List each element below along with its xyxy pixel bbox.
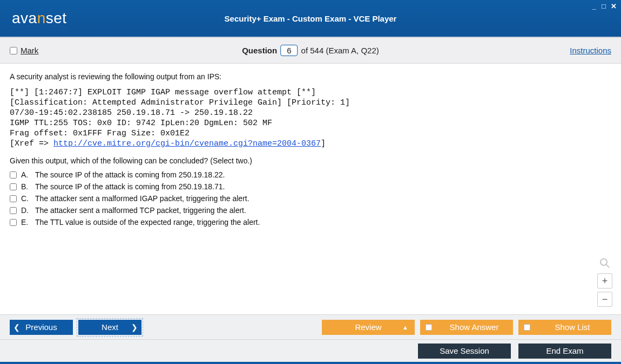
option-c-checkbox[interactable] (10, 195, 17, 202)
ips-line: [**] [1:2467:7] EXPLOIT IGMP IGAP messag… (10, 88, 316, 97)
xref-prefix: [Xref => (10, 139, 53, 148)
option-text: The attacker sent a malformed IGAP packe… (35, 194, 249, 203)
answer-options: A. The source IP of the attack is coming… (10, 170, 611, 226)
previous-button[interactable]: ❮ Previous (10, 320, 73, 335)
option-b-checkbox[interactable] (10, 183, 17, 190)
magnify-icon[interactable] (598, 256, 612, 270)
logo-n: n (37, 10, 46, 26)
next-label: Next (102, 322, 118, 332)
next-button[interactable]: Next ❯ (78, 320, 141, 335)
option-letter: B. (21, 182, 31, 191)
question-word: Question (242, 46, 277, 55)
svg-line-1 (606, 265, 609, 267)
question-subprompt: Given this output, which of the followin… (10, 156, 611, 165)
option-text: The source IP of the attack is coming fr… (35, 170, 225, 179)
option-letter: E. (21, 218, 31, 226)
option-d[interactable]: D. The attacker sent a malformed TCP pac… (10, 206, 611, 215)
zoom-out-button[interactable]: − (597, 292, 612, 307)
show-list-label: Show List (555, 322, 590, 332)
save-session-button[interactable]: Save Session (418, 344, 511, 359)
arrow-left-icon: ❮ (14, 323, 20, 332)
minimize-button[interactable]: _ (590, 2, 598, 10)
option-d-checkbox[interactable] (10, 207, 17, 214)
option-text: The TTL value is outside of the expected… (35, 218, 260, 226)
bottombar: Save Session End Exam (0, 339, 621, 364)
mark-container[interactable]: Mark (10, 46, 38, 55)
infobar: Mark Question 6 of 544 (Exam A, Q22) Ins… (0, 37, 621, 64)
show-list-button[interactable]: Show List (518, 320, 611, 335)
triangle-up-icon: ▲ (402, 324, 408, 331)
option-text: The attacker sent a malformed TCP packet… (35, 206, 246, 215)
question-indicator: Question 6 of 544 (Exam A, Q22) (242, 45, 379, 56)
ips-line: Frag offset: 0x1FFF Frag Size: 0x01E2 (10, 129, 190, 138)
xref-suffix: ] (321, 139, 326, 148)
ips-line: [Classification: Attempted Administrator… (10, 98, 350, 107)
ips-line: IGMP TTL:255 TOS: 0x0 ID: 9742 IpLen:20 … (10, 119, 272, 128)
option-e-checkbox[interactable] (10, 219, 17, 226)
option-c[interactable]: C. The attacker sent a malformed IGAP pa… (10, 194, 611, 203)
review-label: Review (355, 322, 381, 332)
logo: avanset (12, 10, 67, 27)
option-e[interactable]: E. The TTL value is outside of the expec… (10, 218, 611, 226)
xref-link[interactable]: http://cve.mitre.org/cgi-bin/cvename.cgi… (53, 139, 321, 148)
question-number: 6 (280, 45, 298, 56)
previous-label: Previous (25, 322, 57, 332)
close-button[interactable]: ✕ (609, 2, 618, 10)
ips-line: 07/30-19:45:02.238185 250.19.18.71 -> 25… (10, 108, 253, 118)
review-button[interactable]: Review ▲ (322, 320, 415, 335)
app-window: avanset Security+ Exam - Custom Exam - V… (0, 0, 621, 364)
option-a-checkbox[interactable] (10, 171, 17, 178)
option-letter: C. (21, 194, 31, 203)
mark-label: Mark (21, 46, 38, 55)
titlebar: avanset Security+ Exam - Custom Exam - V… (0, 0, 621, 37)
window-title: Security+ Exam - Custom Exam - VCE Playe… (225, 14, 397, 23)
option-a[interactable]: A. The source IP of the attack is coming… (10, 170, 611, 179)
option-b[interactable]: B. The source IP of the attack is coming… (10, 182, 611, 191)
show-answer-label: Show Answer (450, 322, 499, 332)
ips-output: [**] [1:2467:7] EXPLOIT IGMP IGAP messag… (10, 87, 611, 149)
logo-post: set (46, 10, 67, 26)
option-text: The source IP of the attack is coming fr… (35, 182, 225, 191)
navbar: ❮ Previous Next ❯ Review ▲ Show Answer S… (0, 314, 621, 339)
question-content: A security analyst is reviewing the foll… (0, 64, 621, 314)
option-letter: A. (21, 170, 31, 179)
question-prompt: A security analyst is reviewing the foll… (10, 72, 611, 81)
zoom-in-button[interactable]: + (597, 273, 612, 289)
show-answer-checkbox[interactable] (426, 324, 432, 331)
instructions-link[interactable]: Instructions (570, 46, 611, 55)
zoom-controls: + − (597, 256, 612, 307)
svg-point-0 (600, 259, 607, 265)
logo-pre: ava (12, 10, 37, 26)
show-list-checkbox[interactable] (524, 324, 530, 331)
mark-checkbox[interactable] (10, 47, 17, 54)
window-controls: _ □ ✕ (590, 2, 618, 10)
maximize-button[interactable]: □ (599, 2, 608, 10)
end-exam-button[interactable]: End Exam (518, 344, 611, 359)
arrow-right-icon: ❯ (131, 323, 138, 332)
question-rest: of 544 (Exam A, Q22) (301, 46, 379, 55)
show-answer-button[interactable]: Show Answer (420, 320, 513, 335)
option-letter: D. (21, 206, 31, 215)
